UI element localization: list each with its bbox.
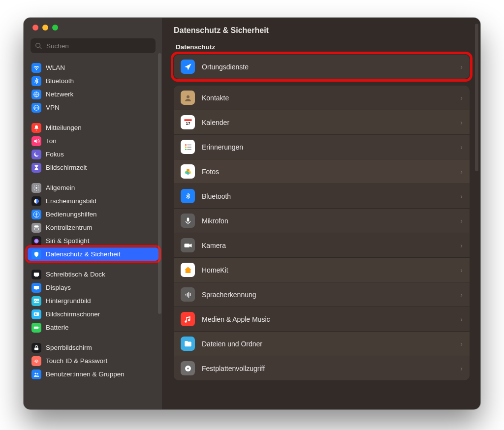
privacy-row-label: Kalender	[202, 119, 453, 126]
privacy-row-ortungsdienste[interactable]: Ortungsdienste›	[174, 55, 470, 79]
sidebar-item-siri-spotlight[interactable]: Siri & Spotlight	[28, 234, 158, 247]
sidebar-item-label: Hintergrundbild	[46, 297, 91, 305]
sidebar-item-kontrollzentrum[interactable]: Kontrollzentrum	[28, 221, 158, 234]
reminders-icon	[181, 140, 195, 154]
privacy-row-label: Fotos	[202, 168, 453, 176]
bluetooth-icon	[181, 189, 195, 203]
close-window-button[interactable]	[32, 25, 38, 31]
svg-rect-41	[188, 292, 189, 298]
search-field[interactable]	[31, 38, 156, 53]
sidebar-item-label: Siri & Spotlight	[46, 237, 90, 245]
zoom-window-button[interactable]	[52, 25, 58, 31]
svg-rect-20	[39, 327, 39, 328]
chevron-right-icon: ›	[460, 143, 463, 151]
privacy-row-kamera[interactable]: Kamera›	[174, 233, 470, 258]
privacy-row-label: Ortungsdienste	[202, 63, 453, 71]
appearance-icon	[32, 196, 41, 206]
svg-point-29	[185, 149, 187, 150]
privacy-row-kalender[interactable]: 17Kalender›	[174, 110, 470, 135]
hourglass-icon	[32, 163, 41, 173]
svg-rect-12	[34, 272, 39, 276]
sidebar-item-sperrbildschirm[interactable]: Sperrbildschirm	[28, 341, 158, 354]
sidebar-item-touch-id-passwort[interactable]: Touch ID & Passwort	[28, 354, 158, 368]
microphone-icon	[181, 214, 195, 228]
svg-rect-19	[34, 326, 38, 329]
svg-rect-13	[35, 276, 38, 276]
svg-rect-37	[187, 217, 189, 221]
sidebar-item-netzwerk[interactable]: Netzwerk	[28, 88, 158, 101]
svg-rect-15	[35, 289, 37, 290]
window-traffic-lights	[24, 18, 162, 35]
svg-point-23	[37, 373, 38, 374]
displays-icon	[32, 283, 41, 293]
privacy-icon	[32, 249, 41, 259]
sidebar-item-wlan[interactable]: WLAN	[28, 61, 158, 74]
sidebar-item-datenschutz-sicherheit[interactable]: Datenschutz & Sicherheit	[28, 247, 158, 261]
calendar-icon: 17	[181, 115, 195, 129]
sidebar-item-fokus[interactable]: Fokus	[28, 148, 158, 161]
sidebar-item-hintergrundbild[interactable]: Hintergrundbild	[28, 294, 158, 307]
privacy-row-homekit[interactable]: HomeKit›	[174, 258, 470, 282]
sidebar-item-bluetooth[interactable]: Bluetooth	[28, 74, 158, 88]
contacts-icon	[181, 91, 195, 105]
privacy-row-fotos[interactable]: Fotos›	[174, 159, 470, 184]
svg-rect-42	[189, 293, 190, 296]
privacy-row-spracherkennung[interactable]: Spracherkennung›	[174, 282, 470, 307]
main-pane: Datenschutz & Sicherheit Datenschutz Ort…	[163, 18, 480, 409]
privacy-row-medien-apple-music[interactable]: Medien & Apple Music›	[174, 307, 470, 332]
chevron-right-icon: ›	[460, 119, 463, 126]
chevron-right-icon: ›	[460, 242, 463, 249]
svg-rect-30	[187, 144, 191, 145]
sidebar-item-vpn[interactable]: VPNVPN	[28, 101, 158, 114]
chevron-right-icon: ›	[460, 192, 463, 200]
sidebar: WLANBluetoothNetzwerkVPNVPNMitteilungenT…	[24, 18, 163, 409]
sidebar-item-label: Sperrbildschirm	[46, 344, 92, 351]
privacy-row-label: Erinnerungen	[202, 143, 453, 151]
vpn-icon: VPN	[32, 103, 41, 113]
privacy-list: Datenschutz Ortungsdienste›Kontakte›17Ka…	[163, 43, 480, 409]
sidebar-item-bedienungshilfen[interactable]: Bedienungshilfen	[28, 208, 158, 221]
sidebar-item-displays[interactable]: Displays	[28, 281, 158, 294]
privacy-row-erinnerungen[interactable]: Erinnerungen›	[174, 135, 470, 159]
sidebar-item-benutzer-innen-gruppen[interactable]: Benutzer:innen & Gruppen	[28, 368, 158, 381]
sidebar-item-erscheinungsbild[interactable]: Erscheinungsbild	[28, 194, 158, 208]
sidebar-item-bildschirmschoner[interactable]: Bildschirmschoner	[28, 307, 158, 321]
sidebar-item-label: Displays	[46, 284, 71, 291]
chevron-right-icon: ›	[460, 365, 463, 372]
minimize-window-button[interactable]	[42, 25, 48, 31]
privacy-row-bluetooth[interactable]: Bluetooth›	[174, 184, 470, 209]
sidebar-item-bildschirmzeit[interactable]: Bildschirmzeit	[28, 161, 158, 174]
svg-point-8	[36, 212, 37, 213]
network-icon	[32, 90, 41, 99]
privacy-row-festplattenvollzugriff[interactable]: Festplattenvollzugriff›	[174, 356, 470, 380]
screensaver-icon	[32, 309, 41, 319]
sidebar-item-mitteilungen[interactable]: Mitteilungen	[28, 121, 158, 134]
privacy-row-dateien-und-ordner[interactable]: Dateien und Ordner›	[174, 332, 470, 356]
privacy-row-label: Dateien und Ordner	[202, 340, 453, 348]
chevron-right-icon: ›	[460, 168, 463, 176]
chevron-right-icon: ›	[460, 315, 463, 323]
search-input[interactable]	[45, 42, 151, 50]
svg-rect-39	[185, 294, 186, 295]
main-scrollbar[interactable]	[475, 24, 478, 171]
touchid-icon	[32, 356, 41, 366]
sidebar-item-label: Fokus	[46, 151, 64, 158]
sidebar-scrollbar[interactable]	[158, 53, 161, 314]
bell-icon	[32, 123, 41, 133]
siri-icon	[32, 236, 41, 246]
sidebar-item-ton[interactable]: Ton	[28, 134, 158, 148]
wallpaper-icon	[32, 296, 41, 306]
sidebar-item-batterie[interactable]: Batterie	[28, 321, 158, 334]
speech-icon	[181, 287, 195, 302]
wifi-icon	[32, 63, 41, 73]
sidebar-item-label: Touch ID & Passwort	[46, 357, 107, 365]
sidebar-item-allgemein[interactable]: Allgemein	[28, 181, 158, 194]
chevron-right-icon: ›	[460, 63, 463, 71]
sidebar-item-schreibtisch-dock[interactable]: Schreibtisch & Dock	[28, 268, 158, 281]
privacy-row-kontakte[interactable]: Kontakte›	[174, 86, 470, 110]
svg-point-36	[187, 172, 189, 175]
chevron-right-icon: ›	[460, 217, 463, 225]
svg-point-18	[35, 313, 37, 315]
privacy-row-mikrofon[interactable]: Mikrofon›	[174, 209, 470, 233]
moon-icon	[32, 150, 41, 159]
